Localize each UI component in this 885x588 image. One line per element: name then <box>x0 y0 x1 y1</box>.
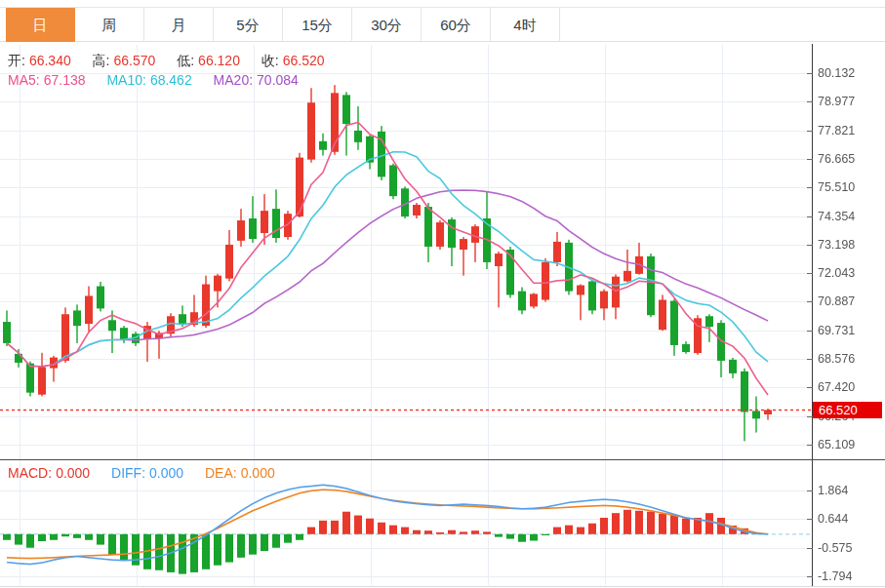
open-value: 66.340 <box>29 53 71 68</box>
tab-period-day[interactable]: 日 <box>6 8 75 42</box>
ma20-value: 70.084 <box>257 72 299 88</box>
period-tabbar: 日 周 月 5分 15分 30分 60分 4时 <box>0 7 885 42</box>
high-value: 66.570 <box>114 53 156 68</box>
diff-label: DIFF: <box>111 465 145 481</box>
ma-legend: MA5:67.138 MA10:68.462 MA20:70.084 <box>8 72 302 88</box>
tab-period-30min[interactable]: 30分 <box>352 8 422 42</box>
close-label: 收: <box>261 53 279 68</box>
macd-label: MACD: <box>8 465 52 481</box>
close-value: 66.520 <box>283 53 325 68</box>
current-price-tag: 66.520 <box>813 402 882 418</box>
diff-value: 0.000 <box>149 465 183 481</box>
high-label: 高: <box>93 53 110 68</box>
dea-label: DEA: <box>205 465 237 481</box>
tab-period-month[interactable]: 月 <box>144 8 214 42</box>
ohlc-legend: 开:66.340 高:66.570 低:66.120 收:66.520 <box>8 53 329 70</box>
tab-period-15min[interactable]: 15分 <box>283 8 352 42</box>
low-label: 低: <box>177 53 194 68</box>
tab-period-week[interactable]: 周 <box>75 8 144 42</box>
tabbar-filler <box>560 8 885 41</box>
macd-legend: MACD:0.000 DIFF:0.000 DEA:0.000 <box>8 465 279 481</box>
kline-chart-app: 日 周 月 5分 15分 30分 60分 4时 开:66.340 高:66.57… <box>0 0 885 588</box>
open-label: 开: <box>8 53 25 68</box>
tab-period-4hour[interactable]: 4时 <box>491 8 560 42</box>
candlestick-macd-canvas[interactable] <box>0 0 885 588</box>
tab-period-60min[interactable]: 60分 <box>422 8 491 42</box>
dea-value: 0.000 <box>241 465 275 481</box>
tab-period-5min[interactable]: 5分 <box>214 8 283 42</box>
ma5-label: MA5: <box>8 72 40 88</box>
low-value: 66.120 <box>198 53 240 68</box>
ma10-label: MA10: <box>106 72 145 88</box>
ma10-value: 68.462 <box>150 72 192 88</box>
ma20-label: MA20: <box>214 72 253 88</box>
ma5-value: 67.138 <box>44 72 86 88</box>
macd-value: 0.000 <box>56 465 90 481</box>
